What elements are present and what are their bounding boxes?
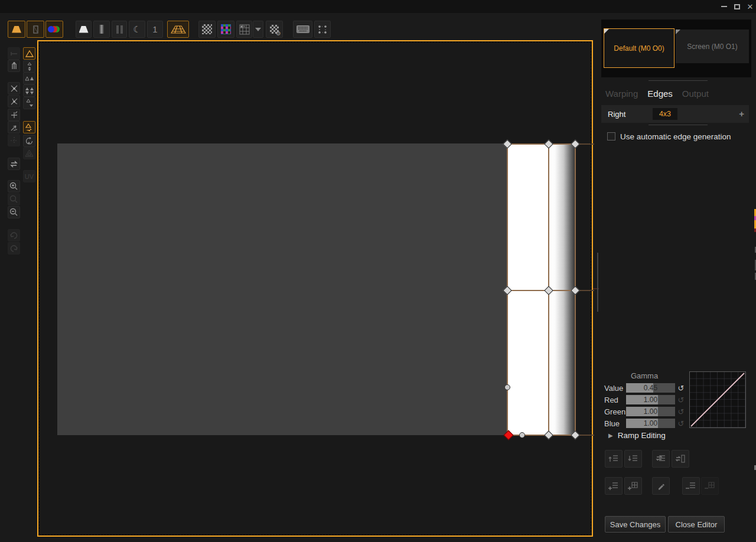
gamma-curve-graph[interactable] bbox=[689, 371, 746, 428]
spacing-tool[interactable] bbox=[8, 60, 20, 72]
swap-edge-button[interactable] bbox=[672, 450, 689, 468]
remove-grid-button[interactable] bbox=[701, 477, 719, 495]
ramp-editing-section[interactable]: ▶ Ramp Editing bbox=[608, 431, 666, 440]
edge-selector-row: Right 4x3 + bbox=[601, 105, 749, 123]
triangle-vspace-tool[interactable] bbox=[23, 60, 35, 73]
bezier-handle[interactable] bbox=[519, 432, 525, 438]
color-checkerboard-button[interactable] bbox=[217, 21, 234, 38]
triangle-move-icon bbox=[25, 123, 34, 132]
gamma-red-reset-icon[interactable]: ↺ bbox=[677, 396, 685, 404]
node-arrow-tool[interactable] bbox=[8, 121, 20, 133]
uv-mode-button[interactable]: UV bbox=[23, 170, 35, 182]
keyboard-button[interactable] bbox=[293, 21, 312, 38]
triangle-quad-tool[interactable] bbox=[23, 84, 35, 97]
panel-scrollbar[interactable] bbox=[597, 253, 598, 312]
undo-button[interactable] bbox=[8, 229, 20, 241]
tab-edges[interactable]: Edges bbox=[647, 89, 673, 99]
add-row-button[interactable] bbox=[605, 477, 623, 495]
tab-fold-icon bbox=[676, 30, 680, 34]
edge-side-label: Right bbox=[608, 110, 625, 119]
gamma-blue-input[interactable]: 1.00 bbox=[626, 419, 675, 428]
transform-points-button[interactable] bbox=[314, 21, 331, 38]
add-row-icon bbox=[608, 481, 619, 491]
mode-tabs: Warping Edges Output bbox=[605, 89, 709, 99]
zoom-in-button[interactable] bbox=[8, 180, 20, 192]
tab-label: Default (M0 O0) bbox=[614, 44, 664, 53]
add-grid-button[interactable] bbox=[624, 477, 642, 495]
minimize-icon bbox=[721, 6, 727, 7]
triangle-tool[interactable] bbox=[23, 47, 35, 60]
tab-output[interactable]: Output bbox=[682, 89, 709, 99]
gamma-blue-reset-icon[interactable]: ↺ bbox=[677, 419, 685, 428]
projector-shape-button[interactable] bbox=[8, 21, 25, 38]
close-button[interactable]: ✕ bbox=[744, 0, 756, 13]
pattern-settings-button[interactable]: ⚙ bbox=[266, 21, 283, 38]
edge-preset-dropdown[interactable]: 4x3 bbox=[653, 108, 677, 120]
tab-default-output[interactable]: Default (M0 O0) bbox=[604, 28, 674, 68]
tab-label: Screen (M0 O1) bbox=[687, 43, 737, 51]
test-grid-button[interactable] bbox=[236, 21, 252, 38]
add-point-tool[interactable] bbox=[8, 109, 20, 121]
segment-icon bbox=[10, 50, 18, 58]
ramp-editing-label: Ramp Editing bbox=[618, 431, 666, 440]
zoom-fit-button[interactable] bbox=[8, 193, 20, 205]
move-point-down-button[interactable] bbox=[624, 450, 642, 468]
checkerboard-button[interactable] bbox=[198, 21, 216, 38]
segment-tool[interactable] bbox=[8, 47, 20, 60]
output-tab-container: Default (M0 O0) Screen (M0 O1) bbox=[601, 19, 751, 77]
triangle-pair-tool[interactable] bbox=[23, 72, 35, 84]
save-changes-button[interactable]: Save Changes bbox=[605, 516, 666, 533]
swap-tool[interactable] bbox=[8, 158, 20, 170]
redo-button[interactable] bbox=[8, 242, 20, 254]
triangle-down-tool[interactable] bbox=[23, 97, 35, 109]
move-point-up-button[interactable] bbox=[605, 450, 623, 468]
auto-edge-checkbox[interactable] bbox=[607, 132, 615, 141]
rgb-channels-button[interactable] bbox=[45, 21, 63, 38]
identify-display-button[interactable]: 1 bbox=[147, 21, 163, 38]
gamma-green-input[interactable]: 1.00 bbox=[626, 407, 675, 416]
tab-warping[interactable]: Warping bbox=[605, 89, 638, 99]
blend-strip-button[interactable] bbox=[93, 21, 110, 38]
triangle-move-tool[interactable] bbox=[23, 121, 35, 133]
triangle-pair-icon bbox=[25, 75, 34, 82]
minimize-button[interactable] bbox=[718, 0, 730, 13]
warp-grid-button[interactable] bbox=[167, 21, 189, 38]
close-icon: ✕ bbox=[747, 2, 754, 11]
close-editor-button[interactable]: Close Editor bbox=[668, 516, 725, 533]
gamma-red-input[interactable]: 1.00 bbox=[626, 395, 675, 404]
separator bbox=[649, 125, 708, 125]
test-grid-dropdown[interactable] bbox=[253, 21, 263, 38]
swap-rows-button[interactable] bbox=[652, 450, 670, 468]
bezier-handle[interactable] bbox=[504, 384, 510, 390]
night-mode-button[interactable]: ☾ bbox=[129, 21, 145, 38]
edge-blend-button[interactable] bbox=[27, 21, 44, 38]
warp-canvas[interactable] bbox=[37, 40, 593, 537]
bezier-tool[interactable] bbox=[8, 95, 20, 107]
remove-row-button[interactable] bbox=[682, 477, 700, 495]
maximize-button[interactable] bbox=[731, 0, 743, 13]
solid-display-button[interactable] bbox=[76, 21, 92, 38]
gamma-green-reset-icon[interactable]: ↺ bbox=[677, 407, 685, 416]
color-checkerboard-icon bbox=[221, 24, 231, 34]
zoom-out-icon bbox=[9, 208, 18, 217]
guides-tool[interactable] bbox=[8, 134, 20, 146]
tab-screen-output[interactable]: Screen (M0 O1) bbox=[676, 30, 749, 63]
double-strip-button[interactable] bbox=[112, 21, 127, 38]
expand-arrow-icon[interactable]: ▶ bbox=[608, 432, 613, 439]
gamma-green-value: 1.00 bbox=[626, 407, 675, 416]
checkerboard-icon bbox=[202, 24, 212, 34]
edit-ramp-button[interactable] bbox=[652, 477, 670, 495]
triangle-nested-tool[interactable] bbox=[23, 147, 35, 159]
bezier-cut-tool[interactable] bbox=[8, 82, 20, 94]
gamma-value-input[interactable]: 0.45 bbox=[626, 383, 675, 393]
spacing-icon bbox=[10, 62, 18, 70]
projector-shape-icon bbox=[12, 26, 21, 33]
gamma-value-reset-icon[interactable]: ↺ bbox=[677, 384, 685, 393]
zoom-out-button[interactable] bbox=[8, 206, 20, 218]
warp-grid-icon bbox=[171, 25, 186, 34]
add-edge-button[interactable]: + bbox=[739, 109, 744, 119]
rgb-channels-icon bbox=[48, 26, 61, 33]
triangle-nested-icon bbox=[25, 149, 34, 157]
undo-icon bbox=[9, 231, 18, 240]
triangle-rotate-tool[interactable] bbox=[23, 135, 35, 147]
